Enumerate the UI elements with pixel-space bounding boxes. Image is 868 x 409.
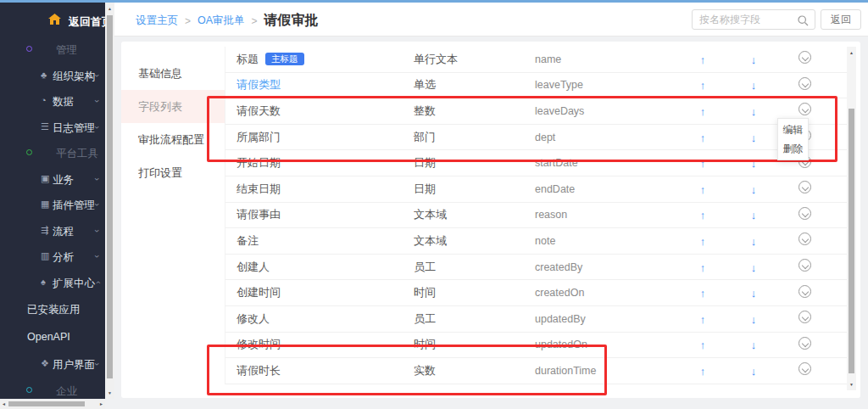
field-type-label: 员工 xyxy=(414,311,535,327)
analysis-icon: ▥ xyxy=(41,250,49,261)
settings-tab-column: 基础信息字段列表审批流程配置打印设置 xyxy=(121,57,225,189)
move-down-icon[interactable]: ↓ xyxy=(751,339,757,351)
field-type-label: 时间 xyxy=(414,337,535,352)
search-input[interactable] xyxy=(699,10,797,29)
circle-chevron-down-icon[interactable] xyxy=(798,51,811,64)
field-name-link[interactable]: 请假天数 xyxy=(225,104,414,119)
move-down-icon[interactable]: ↓ xyxy=(751,53,757,66)
search-icon[interactable] xyxy=(798,14,809,30)
circle-chevron-down-icon[interactable] xyxy=(798,77,811,90)
circle-chevron-down-icon[interactable] xyxy=(798,259,811,272)
chevron-down-icon: › xyxy=(92,74,103,77)
field-name-link[interactable]: 创建时间 xyxy=(225,285,414,300)
back-button[interactable]: 返回 xyxy=(821,9,861,30)
sidebar-item-label: 插件管理 xyxy=(53,199,95,213)
circle-chevron-down-icon[interactable] xyxy=(798,285,811,298)
field-name-link[interactable]: 请假事由 xyxy=(225,207,414,222)
circle-chevron-down-icon[interactable] xyxy=(798,103,811,115)
move-up-icon[interactable]: ↑ xyxy=(700,157,706,170)
scrollbar-thumb[interactable] xyxy=(849,109,854,373)
sidebar-item[interactable]: OpenAPI xyxy=(0,323,105,351)
move-down-icon[interactable]: ↓ xyxy=(751,79,757,92)
sidebar-item[interactable]: 已安装应用 xyxy=(0,295,105,323)
sidebar-item[interactable]: 企业 xyxy=(0,378,105,400)
move-down-icon[interactable]: ↓ xyxy=(751,365,757,378)
circle-chevron-down-icon[interactable] xyxy=(798,311,811,323)
sidebar-horizontal-scrollbar[interactable]: ◄ ► xyxy=(0,399,105,409)
scroll-down-arrow-icon[interactable]: ▼ xyxy=(847,380,856,389)
move-up-icon[interactable]: ↑ xyxy=(700,132,706,144)
field-name-link[interactable]: 结束日期 xyxy=(225,182,414,197)
move-up-icon[interactable]: ↑ xyxy=(700,183,706,196)
sidebar-item[interactable]: ☰日志管理› xyxy=(0,115,105,141)
field-row: 结束日期日期endDate↑↓ xyxy=(225,176,847,203)
move-down-icon[interactable]: ↓ xyxy=(751,209,757,221)
field-name-link[interactable]: 创建人 xyxy=(225,260,414,275)
move-up-icon[interactable]: ↑ xyxy=(700,365,706,378)
scroll-right-arrow-icon[interactable]: ► xyxy=(99,399,103,409)
field-name-link[interactable]: 备注 xyxy=(225,233,414,249)
circle-chevron-down-icon[interactable] xyxy=(798,233,811,245)
move-up-icon[interactable]: ↑ xyxy=(700,79,706,92)
move-down-icon[interactable]: ↓ xyxy=(751,132,757,144)
context-menu-item[interactable]: 编辑 xyxy=(778,120,808,139)
move-up-icon[interactable]: ↑ xyxy=(700,261,706,274)
sidebar-vertical-scrollbar[interactable]: ▲ ▼ xyxy=(105,3,114,399)
move-down-icon[interactable]: ↓ xyxy=(751,157,757,170)
sidebar-item[interactable]: ⇶流程› xyxy=(0,218,105,244)
breadcrumb-settings-home[interactable]: 设置主页 xyxy=(136,14,178,28)
scroll-down-arrow-icon[interactable]: ▼ xyxy=(105,389,114,397)
sidebar-item[interactable]: ◔数据› xyxy=(0,88,105,115)
context-menu-item[interactable]: 删除 xyxy=(778,139,808,158)
move-up-icon[interactable]: ↑ xyxy=(700,105,706,118)
tab-item[interactable]: 字段列表 xyxy=(121,90,225,123)
sidebar-item-back-home[interactable]: 返回首页 xyxy=(0,3,105,36)
tab-item[interactable]: 打印设置 xyxy=(121,156,225,189)
circle-chevron-down-icon[interactable] xyxy=(798,337,811,350)
field-key-label: reason xyxy=(535,209,677,221)
tab-item[interactable]: 基础信息 xyxy=(121,57,225,90)
field-name-link[interactable]: 所属部门 xyxy=(225,130,414,145)
move-down-icon[interactable]: ↓ xyxy=(751,235,757,248)
move-down-icon[interactable]: ↓ xyxy=(751,313,757,326)
scrollbar-thumb[interactable] xyxy=(8,401,85,406)
field-row: 修改时间时间updatedOn↑↓ xyxy=(225,333,847,359)
sidebar-item[interactable]: ▦插件管理› xyxy=(0,192,105,218)
field-name-link[interactable]: 修改时间 xyxy=(225,337,414,352)
circle-chevron-down-icon[interactable] xyxy=(798,207,811,220)
field-type-label: 文本域 xyxy=(414,207,535,222)
move-down-icon[interactable]: ↓ xyxy=(751,287,757,300)
circle-chevron-down-icon[interactable] xyxy=(798,362,811,375)
sidebar-item[interactable]: ▣业务› xyxy=(0,166,105,193)
breadcrumb-oa-forms[interactable]: OA审批单 xyxy=(198,14,245,28)
scroll-up-arrow-icon[interactable]: ▲ xyxy=(847,48,856,57)
field-name-link[interactable]: 请假时长 xyxy=(225,363,414,378)
move-down-icon[interactable]: ↓ xyxy=(751,183,757,196)
field-name-link[interactable]: 请假类型 xyxy=(225,77,414,92)
sidebar-item[interactable]: 管理 xyxy=(0,36,105,63)
move-down-icon[interactable]: ↓ xyxy=(751,261,757,274)
tab-item[interactable]: 审批流程配置 xyxy=(121,123,225,156)
sidebar-item[interactable]: ♣组织架构› xyxy=(0,63,105,89)
move-up-icon[interactable]: ↑ xyxy=(700,53,706,66)
circle-chevron-down-icon[interactable] xyxy=(798,181,811,193)
scroll-left-arrow-icon[interactable]: ◄ xyxy=(2,399,6,409)
scroll-up-arrow-icon[interactable]: ▲ xyxy=(105,4,114,13)
sidebar-item[interactable]: 平台工具 xyxy=(0,140,105,166)
field-name-link[interactable]: 修改人 xyxy=(225,311,414,327)
sidebar-item[interactable]: ▥分析› xyxy=(0,244,105,270)
field-name-link[interactable]: 开始日期 xyxy=(225,155,414,171)
scrollbar-thumb[interactable] xyxy=(107,15,113,378)
move-up-icon[interactable]: ↑ xyxy=(700,313,706,326)
table-vertical-scrollbar[interactable]: ▲ ▼ xyxy=(847,47,856,390)
sidebar-item[interactable]: ❖用户界面› xyxy=(0,351,105,378)
field-name-link[interactable]: 标题主标题 xyxy=(225,52,414,67)
sidebar-item-label: 日志管理 xyxy=(53,121,95,136)
move-up-icon[interactable]: ↑ xyxy=(700,339,706,351)
move-up-icon[interactable]: ↑ xyxy=(700,235,706,248)
move-up-icon[interactable]: ↑ xyxy=(700,209,706,221)
sidebar-item[interactable]: ♠扩展中心› xyxy=(0,270,105,296)
move-down-icon[interactable]: ↓ xyxy=(751,105,757,118)
move-up-icon[interactable]: ↑ xyxy=(700,287,706,300)
ui-grid-icon: ❖ xyxy=(41,358,49,369)
